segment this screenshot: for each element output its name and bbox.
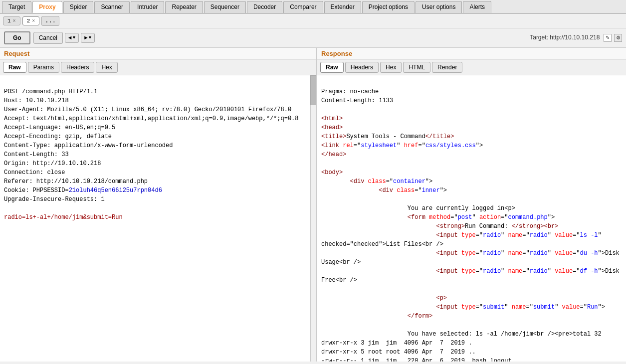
tab-1-label: 1 [7, 18, 11, 24]
tab-user-options[interactable]: User options [416, 1, 462, 13]
cookie-value: 21oluh46q5en66i25u7rpn04d6 [69, 187, 162, 194]
response-tab-render[interactable]: Render [432, 62, 462, 73]
tab-target[interactable]: Target [2, 1, 31, 13]
request-panel: Request Raw Params Headers Hex POST /com… [0, 48, 317, 362]
cancel-button[interactable]: Cancel [33, 32, 63, 44]
request-body: radio=ls+-al+/home/jim&submit=Run [4, 214, 123, 221]
response-title: Response [321, 50, 352, 57]
proxy-tab-1[interactable]: 1 × [3, 16, 20, 25]
resp-html-tag: <html> <head> <title> [321, 115, 346, 140]
top-nav: Target Proxy Spider Scanner Intruder Rep… [0, 0, 626, 14]
response-sub-tabs: Raw Headers Hex HTML Render [317, 60, 626, 75]
req-line: POST /command.php HTTP/1.1 Host: 10.10.1… [4, 88, 299, 221]
request-title: Request [4, 50, 29, 57]
resp-headers: Pragma: no-cache Content-Length: 1133 [321, 88, 393, 104]
tab-project-options[interactable]: Project options [362, 1, 415, 13]
tab-extender[interactable]: Extender [324, 1, 361, 13]
proxy-tab-2[interactable]: 2 × [22, 16, 40, 25]
request-sub-tabs: Raw Params Headers Hex [0, 60, 316, 75]
request-panel-header: Request [0, 48, 316, 60]
resp-title-text: System Tools - Command [346, 133, 425, 140]
back-dropdown[interactable]: ▼ [73, 35, 75, 40]
forward-icon: ► [84, 35, 88, 41]
toolbar: Go Cancel ◄ ▼ ► ▼ Target: http://10.10.1… [0, 28, 626, 48]
request-tab-headers[interactable]: Headers [61, 62, 94, 73]
response-panel-header: Response [317, 48, 626, 60]
tab-2-close[interactable]: × [32, 18, 35, 24]
request-tab-hex[interactable]: Hex [96, 62, 117, 73]
tab-repeater[interactable]: Repeater [165, 1, 203, 13]
request-content[interactable]: POST /command.php HTTP/1.1 Host: 10.10.1… [0, 75, 316, 362]
forward-button[interactable]: ► ▼ [81, 33, 95, 43]
back-button[interactable]: ◄ ▼ [65, 33, 79, 43]
go-button[interactable]: Go [4, 31, 30, 44]
tab-intruder[interactable]: Intruder [131, 1, 164, 13]
response-panel: Response Raw Headers Hex HTML Render Pra… [317, 48, 626, 362]
request-scrollbar-thumb[interactable] [310, 75, 316, 105]
request-tab-raw[interactable]: Raw [3, 62, 26, 73]
tab-more[interactable]: ... [41, 16, 59, 26]
response-tab-hex[interactable]: Hex [380, 62, 402, 73]
tab-alerts[interactable]: Alerts [463, 1, 491, 13]
resp-link-attr: rel [339, 142, 354, 149]
tab-decoder[interactable]: Decoder [247, 1, 282, 13]
request-scrollbar[interactable] [310, 75, 316, 362]
forward-dropdown[interactable]: ▼ [89, 35, 91, 40]
response-tab-headers[interactable]: Headers [345, 62, 379, 73]
response-tab-raw[interactable]: Raw [320, 62, 344, 73]
response-content[interactable]: Pragma: no-cache Content-Length: 1133 <h… [317, 75, 626, 362]
tab-proxy[interactable]: Proxy [32, 1, 62, 13]
tab-spider[interactable]: Spider [63, 1, 94, 13]
edit-target-icon[interactable]: ✎ [604, 34, 612, 42]
main-split: Request Raw Params Headers Hex POST /com… [0, 48, 626, 362]
tab-scanner[interactable]: Scanner [94, 1, 130, 13]
target-settings-icon[interactable]: ⚙ [614, 34, 622, 42]
back-icon: ◄ [68, 35, 72, 41]
tab-comparer[interactable]: Comparer [283, 1, 323, 13]
target-label: Target: http://10.10.10.218 ✎ ⚙ [530, 34, 622, 42]
tab-1-close[interactable]: × [13, 18, 16, 24]
tab-sequencer[interactable]: Sequencer [204, 1, 246, 13]
target-label-text: Target: http://10.10.10.218 [530, 34, 600, 41]
response-tab-html[interactable]: HTML [403, 62, 430, 73]
request-tab-params[interactable]: Params [28, 62, 59, 73]
resp-href-attr: href [400, 142, 418, 149]
tab-2-label: 2 [27, 18, 30, 24]
proxy-tabs-row: 1 × 2 × ... [0, 14, 626, 28]
